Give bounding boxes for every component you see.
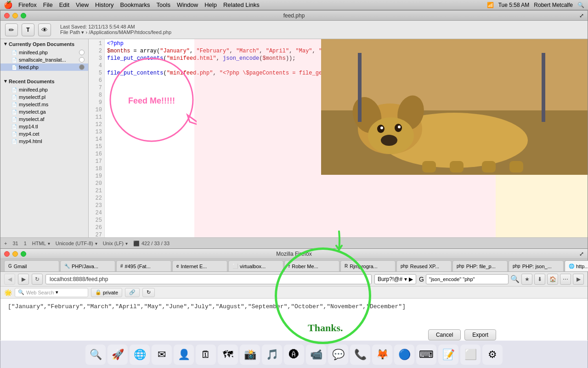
tab-internet-e[interactable]: e Internet E... bbox=[172, 260, 227, 271]
tab-rjmprogra[interactable]: R Rjmprogra... bbox=[340, 260, 396, 271]
toolbar-pencil-btn[interactable]: ✏ bbox=[5, 23, 18, 36]
dock-maps[interactable]: 🗺 bbox=[218, 345, 238, 365]
dock-preferences[interactable]: ⚙ bbox=[482, 345, 503, 365]
browser-close-button[interactable] bbox=[4, 251, 10, 257]
burp-dropdown[interactable]: Burp?!@# ▾ ▶ bbox=[374, 274, 416, 284]
tab-reused-xp[interactable]: php Reused XP... bbox=[396, 260, 452, 271]
reload-button[interactable]: ↻ bbox=[32, 274, 43, 285]
tab-php-file[interactable]: php PHP: file_p... bbox=[452, 260, 508, 271]
dock-photos[interactable]: 📸 bbox=[240, 345, 260, 365]
bookmark-star-icon[interactable]: ★ bbox=[521, 274, 532, 285]
menu-bookmarks[interactable]: Bookmarks bbox=[120, 1, 150, 8]
svg-rect-18 bbox=[358, 53, 362, 122]
svg-rect-16 bbox=[482, 161, 496, 172]
tab-php-java[interactable]: 🔧 PHP/Java... bbox=[60, 260, 115, 271]
forward-button[interactable]: ▶ bbox=[18, 274, 29, 285]
export-button[interactable]: Export bbox=[464, 329, 496, 340]
dock-calendar[interactable]: 🗓 bbox=[196, 345, 216, 365]
svg-rect-15 bbox=[450, 161, 464, 172]
home-icon[interactable]: 🏠 bbox=[547, 274, 558, 285]
menu-edit[interactable]: Edit bbox=[59, 1, 69, 8]
dock-mail[interactable]: ✉ bbox=[152, 345, 172, 365]
address-bar[interactable]: localhost:8888/feed.php bbox=[45, 274, 372, 284]
menu-window[interactable]: Window bbox=[177, 1, 198, 8]
maximize-button[interactable] bbox=[21, 13, 26, 18]
svg-point-12 bbox=[380, 126, 383, 129]
file-icon: 📄 bbox=[11, 132, 17, 137]
tab-rober-me[interactable]: r Rober Me... bbox=[284, 260, 339, 271]
close-button[interactable] bbox=[4, 13, 10, 18]
tab-gmail[interactable]: G Gmail bbox=[4, 260, 59, 271]
menu-file[interactable]: File bbox=[43, 1, 53, 8]
sidebar-item-recent-5[interactable]: 📄 myp14.tl bbox=[0, 123, 88, 130]
go-arrow-icon[interactable]: ▶ bbox=[409, 276, 413, 282]
sidebar-item-smallscale[interactable]: 📄 smallscale_translat... bbox=[0, 56, 88, 63]
sidebar-item-recent-7[interactable]: 📄 myp4.html bbox=[0, 138, 88, 145]
sidebar-item-recent-1[interactable]: 📄 myselectf.pl bbox=[0, 93, 88, 101]
menu-bar: 🍎 Firefox File Edit View History Bookmar… bbox=[0, 0, 588, 10]
file-icon: 📄 bbox=[11, 124, 17, 129]
dock-chrome[interactable]: 🔵 bbox=[394, 345, 414, 365]
menu-view[interactable]: View bbox=[76, 1, 89, 8]
dock-contacts[interactable]: 👤 bbox=[174, 345, 194, 365]
status-format[interactable]: HTML ▾ bbox=[32, 241, 50, 246]
dock-itunes[interactable]: 🎵 bbox=[262, 345, 282, 365]
sidebar-item-recent-6[interactable]: 📄 myp4.cet bbox=[0, 130, 88, 138]
status-encoding[interactable]: Unicode (UTF-8) ▾ bbox=[56, 241, 97, 246]
menu-help[interactable]: Help bbox=[204, 1, 217, 8]
tab-495[interactable]: # #495 (Fat... bbox=[116, 260, 171, 271]
menu-search-icon[interactable]: 🔍 bbox=[577, 2, 584, 8]
private-bookmark[interactable]: 🔒 private bbox=[91, 288, 122, 297]
status-add-icon[interactable]: + bbox=[4, 241, 7, 246]
menu-time: Tue 5:58 AM bbox=[498, 2, 530, 8]
search-icon[interactable]: 🔍 bbox=[510, 275, 520, 283]
search-dropdown-icon[interactable]: ▾ bbox=[56, 289, 58, 295]
dock-textmate[interactable]: 📝 bbox=[438, 345, 458, 365]
ide-fullscreen-icon[interactable]: ⤢ bbox=[579, 12, 584, 19]
sidebar-item-feed[interactable]: 📄 feed.php bbox=[0, 63, 88, 71]
sidebar-item-recent-0[interactable]: 📄 minifeed.php bbox=[0, 86, 88, 93]
dock-launchpad[interactable]: 🚀 bbox=[107, 345, 128, 365]
toolbar-preview-btn[interactable]: 👁 bbox=[38, 23, 51, 36]
menu-related-links[interactable]: Related Links bbox=[223, 1, 260, 8]
dock-safari[interactable]: 🌐 bbox=[130, 345, 150, 365]
dock-skype[interactable]: 📞 bbox=[350, 345, 370, 365]
apple-menu[interactable]: 🍎 bbox=[4, 0, 13, 9]
browser-fullscreen-icon[interactable]: ⤢ bbox=[579, 251, 584, 257]
menu-firefox[interactable]: Firefox bbox=[18, 1, 37, 8]
ide-titlebar: feed.php ⤢ bbox=[0, 11, 588, 21]
menu-history[interactable]: History bbox=[95, 1, 113, 8]
sidebar-item-minifeed[interactable]: 📄 minifeed.php bbox=[0, 49, 88, 56]
back-button[interactable]: ◀ bbox=[4, 274, 15, 285]
sidebar-item-recent-3[interactable]: 📄 myselect.ga bbox=[0, 108, 88, 115]
dock-finder[interactable]: 🔍 bbox=[85, 345, 106, 365]
sidebar-item-recent-2[interactable]: 📄 myselectf.ms bbox=[0, 101, 88, 108]
nav-forward2-icon[interactable]: ▶ bbox=[573, 274, 584, 285]
tab-virtualbox[interactable]: ⬜ virtualbox... bbox=[228, 260, 283, 271]
web-search-box[interactable]: 🔍 Web Search ▾ bbox=[15, 288, 88, 297]
menu-tools[interactable]: Tools bbox=[157, 1, 170, 8]
line-numbers: 1 2 3 4 5 6 7 8 9 10 11 12 13 14 15 16 1… bbox=[89, 39, 105, 237]
search-box[interactable]: "json_encode" "php" bbox=[426, 274, 509, 284]
minimize-button[interactable] bbox=[12, 13, 18, 18]
cancel-button[interactable]: Cancel bbox=[428, 329, 461, 340]
editor-area[interactable]: 1 2 3 4 5 6 7 8 9 10 11 12 13 14 15 16 1… bbox=[89, 39, 588, 237]
download-icon[interactable]: ⬇ bbox=[534, 274, 545, 285]
nav-more-icon[interactable]: ⋯ bbox=[560, 274, 571, 285]
browser-minimize-button[interactable] bbox=[12, 251, 18, 257]
dock-terminal[interactable]: ⌨ bbox=[416, 345, 436, 365]
status-line-ending[interactable]: Unix (LF) ▾ bbox=[103, 241, 128, 246]
dock-messages[interactable]: 💬 bbox=[328, 345, 348, 365]
dock-facetime[interactable]: 📹 bbox=[306, 345, 326, 365]
dock-virtualbox[interactable]: ⬜ bbox=[460, 345, 481, 365]
tab-http-html[interactable]: 🌐 http...html ✕ bbox=[565, 260, 588, 271]
toolbar-text-btn[interactable]: T bbox=[22, 23, 34, 36]
sidebar-item-recent-4[interactable]: 📄 myselect.af bbox=[0, 115, 88, 123]
bookmark-link-icon[interactable]: 🔗 bbox=[125, 288, 140, 297]
browser-maximize-button[interactable] bbox=[21, 251, 26, 257]
sidebar-radio-checked bbox=[79, 64, 85, 70]
dock-firefox[interactable]: 🦊 bbox=[372, 345, 392, 365]
bookmark-refresh-icon[interactable]: ↻ bbox=[142, 288, 155, 297]
tab-php-json[interactable]: php PHP: json_... bbox=[509, 260, 564, 271]
dock-app-store[interactable]: 🅐 bbox=[284, 345, 304, 365]
